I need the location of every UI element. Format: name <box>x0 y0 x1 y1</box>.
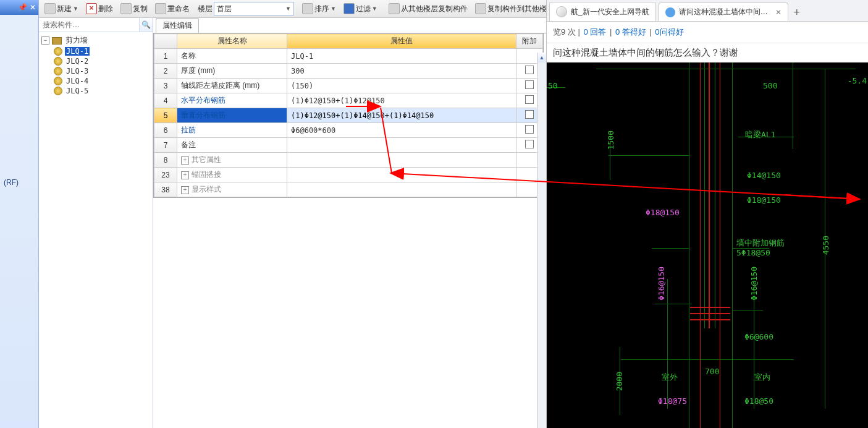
tab-property-edit[interactable]: 属性编辑 <box>156 18 199 33</box>
table-row[interactable]: 3轴线距左墙皮距离 (mm)(150) <box>154 79 543 93</box>
table-row[interactable]: 38+显示样式 <box>154 182 543 197</box>
expand-icon[interactable]: + <box>181 156 189 165</box>
pin-icon[interactable]: 📌 <box>18 3 27 12</box>
new-icon <box>44 3 56 14</box>
property-panel: 属性编辑 属性名称 属性值 附加 1名称JLQ-1 <box>153 18 546 428</box>
table-row[interactable]: 6拉筋Φ6@600*600 <box>154 123 543 138</box>
checkbox-icon[interactable] <box>525 66 534 74</box>
floor-label: 楼层 <box>198 4 213 14</box>
close-icon[interactable]: ✕ <box>30 3 36 12</box>
rename-button[interactable]: 重命名 <box>152 1 193 16</box>
cad-label: -5.4 <box>848 76 867 85</box>
chevron-down-icon[interactable]: ▼ <box>73 6 78 12</box>
gear-icon <box>54 67 62 75</box>
new-tab-button[interactable]: + <box>788 4 806 21</box>
collapse-icon[interactable]: − <box>41 36 49 45</box>
answers-link[interactable]: 0 回答 <box>583 27 606 36</box>
cad-viewport[interactable]: 50 500 -5.4 1500 4550 暗梁AL1 Φ14@150 Φ18@… <box>547 62 868 428</box>
property-value[interactable]: (150) <box>287 79 516 93</box>
sort-icon <box>302 3 313 14</box>
browser-tabbar: 航_新一代安全上网导航 请问这种混凝土墙体中间位置的钢 ✕ + <box>547 0 868 22</box>
col-value[interactable]: 属性值 <box>287 34 516 49</box>
tree-item-jlq2[interactable]: JLQ-2 <box>53 56 151 66</box>
checkbox-icon[interactable] <box>525 80 534 89</box>
cad-label: 4550 <box>821 236 830 255</box>
floor-select[interactable]: 首层▼ <box>214 2 294 15</box>
property-value[interactable] <box>287 182 516 197</box>
property-scrollbar[interactable]: ▲ <box>537 53 546 428</box>
checkbox-icon[interactable] <box>525 140 534 148</box>
chevron-down-icon[interactable]: ▼ <box>331 6 336 12</box>
property-value[interactable]: Φ6@600*600 <box>287 123 516 138</box>
table-row[interactable]: 7备注 <box>154 138 543 153</box>
property-value[interactable] <box>287 153 516 168</box>
col-extra[interactable]: 附加 <box>516 34 543 49</box>
row-number: 38 <box>154 182 177 197</box>
property-value[interactable]: (1)Φ12@150+(1)Φ12@150 <box>287 93 516 108</box>
col-name[interactable]: 属性名称 <box>177 34 287 49</box>
search-button[interactable]: 🔍 <box>139 18 153 32</box>
expand-icon[interactable]: + <box>181 186 189 194</box>
property-grid[interactable]: 属性名称 属性值 附加 1名称JLQ-12厚度 (mm)3003轴线距左墙皮距离… <box>154 33 543 197</box>
tree-item-jlq4[interactable]: JLQ-4 <box>53 76 151 86</box>
row-number: 1 <box>154 49 177 64</box>
tree-root-label: 剪力墙 <box>64 35 89 46</box>
property-name: 轴线距左墙皮距离 (mm) <box>177 79 287 93</box>
property-name: 拉筋 <box>177 123 287 138</box>
tree-root-node[interactable]: − 剪力墙 <box>40 35 151 46</box>
property-value[interactable]: (1)Φ12@150+(1)Φ14@150+(1)Φ14@150 <box>287 108 516 123</box>
copy-from-button[interactable]: 从其他楼层复制构件 <box>386 1 471 16</box>
cad-rebar-6: Φ6@600 <box>744 332 773 341</box>
component-tree-panel: 🔍 − 剪力墙 JLQ-1 JLQ-2 JLQ-3 JLQ-4 JLQ-5 <box>39 18 153 428</box>
copy-button[interactable]: 复制 <box>117 1 151 16</box>
browser-tab-2[interactable]: 请问这种混凝土墙体中间位置的钢 ✕ <box>659 2 788 21</box>
tree-item-jlq5[interactable]: JLQ-5 <box>53 86 151 96</box>
scroll-up-icon[interactable]: ▲ <box>537 53 546 62</box>
delete-button[interactable]: ×删除 <box>83 1 116 16</box>
table-row[interactable]: 1名称JLQ-1 <box>154 49 543 64</box>
good-question-link[interactable]: 0问得好 <box>655 27 683 36</box>
tree-children: JLQ-1 JLQ-2 JLQ-3 JLQ-4 JLQ-5 <box>40 46 151 96</box>
tree-item-jlq1[interactable]: JLQ-1 <box>53 46 151 56</box>
tree-item-jlq3[interactable]: JLQ-3 <box>53 66 151 76</box>
filter-button[interactable]: 过滤▼ <box>340 1 381 16</box>
tab-close-icon[interactable]: ✕ <box>775 8 782 17</box>
chevron-down-icon: ▼ <box>285 6 291 12</box>
cad-outdoor: 室外 <box>662 372 678 383</box>
cad-label: 500 <box>763 81 777 90</box>
search-input[interactable] <box>39 18 139 32</box>
property-value[interactable]: JLQ-1 <box>287 49 516 64</box>
property-value[interactable] <box>287 168 516 182</box>
sort-button[interactable]: 排序▼ <box>299 1 339 16</box>
grid-corner <box>154 34 177 49</box>
table-row[interactable]: 8+其它属性 <box>154 153 543 168</box>
property-value[interactable]: 300 <box>287 64 516 79</box>
property-name: +锚固搭接 <box>177 168 287 182</box>
folder-icon <box>52 37 62 45</box>
table-row[interactable]: 4水平分布钢筋(1)Φ12@150+(1)Φ12@150 <box>154 93 543 108</box>
grid-header-row: 属性名称 属性值 附加 <box>154 34 543 49</box>
property-name: 垂直分布钢筋 <box>177 108 287 123</box>
property-value[interactable] <box>287 138 516 153</box>
tab-title: 航_新一代安全上网导航 <box>571 7 649 17</box>
good-answers-link[interactable]: 0 答得好 <box>615 27 646 36</box>
cad-rebar-18l: Φ18@150 <box>646 208 680 217</box>
cad-rebar-v16r: Φ16@150 <box>749 267 759 301</box>
cad-extra-rebar2: 5Φ18@50 <box>736 248 770 257</box>
chevron-down-icon[interactable]: ▼ <box>372 6 377 12</box>
table-row[interactable]: 23+锚固搭接 <box>154 168 543 182</box>
copy-to-button[interactable]: 复制构件到其他楼层 <box>472 1 557 16</box>
root: 📌 ✕ (RF) 新建▼ ×删除 复制 重命名 楼层 首层▼ 排序▼ 过滤▼ 从… <box>0 0 868 428</box>
cad-rebar-14: Φ14@150 <box>747 171 781 180</box>
checkbox-icon[interactable] <box>525 110 534 119</box>
new-button[interactable]: 新建▼ <box>41 1 82 16</box>
table-row[interactable]: 2厚度 (mm)300 <box>154 64 543 79</box>
component-tree[interactable]: − 剪力墙 JLQ-1 JLQ-2 JLQ-3 JLQ-4 JLQ-5 <box>39 32 153 428</box>
checkbox-icon[interactable] <box>525 125 534 134</box>
checkbox-icon[interactable] <box>525 95 534 104</box>
browser-tab-1[interactable]: 航_新一代安全上网导航 <box>549 2 656 21</box>
site-icon <box>665 7 675 17</box>
cad-label: 2000 <box>615 372 624 391</box>
table-row[interactable]: 5垂直分布钢筋(1)Φ12@150+(1)Φ14@150+(1)Φ14@150 <box>154 108 543 123</box>
expand-icon[interactable]: + <box>181 171 189 179</box>
